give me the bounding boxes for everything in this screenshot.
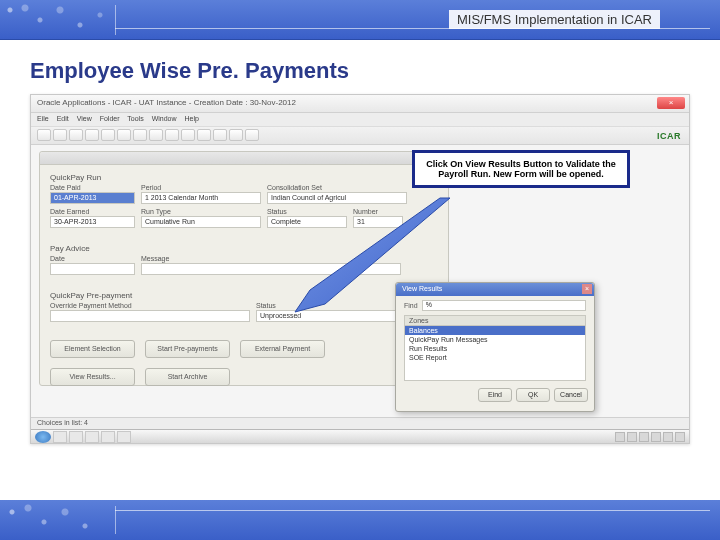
results-list[interactable]: Zones Balances QuickPay Run Messages Run… [404, 315, 586, 381]
taskbar-item[interactable] [69, 431, 83, 443]
toolbar-button[interactable] [213, 129, 227, 141]
prepayment-status-field[interactable]: Unprocessed [256, 310, 396, 322]
toolbar-button[interactable] [197, 129, 211, 141]
menu-folder[interactable]: Folder [100, 115, 120, 122]
toolbar-button[interactable] [85, 129, 99, 141]
list-item[interactable]: Run Results [405, 344, 585, 353]
decorative-dots [0, 0, 120, 40]
start-archive-button[interactable]: Start Archive [145, 368, 230, 386]
section-label: Pay Advice [50, 244, 438, 253]
status-field[interactable]: Complete [267, 216, 347, 228]
close-icon[interactable]: × [582, 284, 592, 294]
menu-file[interactable]: Eile [37, 115, 49, 122]
menu-edit[interactable]: Edit [57, 115, 69, 122]
toolbar-button[interactable] [181, 129, 195, 141]
taskbar-item[interactable] [101, 431, 115, 443]
popup-button-row: Eind QK Cancel [396, 385, 594, 405]
view-results-popup: View Results × Find % Zones Balances Qui… [395, 282, 595, 412]
tray-icon[interactable] [663, 432, 673, 442]
toolbar-button[interactable] [117, 129, 131, 141]
instruction-callout: Click On View Results Button to Validate… [412, 150, 630, 188]
icar-logo: ICAR [657, 131, 681, 141]
toolbar-button[interactable] [69, 129, 83, 141]
start-button-icon[interactable] [35, 431, 51, 443]
list-item[interactable]: Balances [405, 326, 585, 335]
tray-icon[interactable] [615, 432, 625, 442]
statusbar: Choices in list: 4 [31, 417, 689, 429]
system-tray [615, 432, 685, 442]
pay-advice-section: Pay Advice Date Message [40, 236, 448, 283]
divider [115, 5, 116, 35]
prepayment-section: QuickPay Pre-payment Override Payment Me… [40, 283, 448, 330]
list-item[interactable]: QuickPay Run Messages [405, 335, 585, 344]
run-type-field[interactable]: Cumulative Run [141, 216, 261, 228]
menubar: Eile Edit View Folder Tools Window Help [31, 113, 689, 127]
form-button-row: View Results... Start Archive [40, 368, 448, 392]
tray-icon[interactable] [675, 432, 685, 442]
toolbar-button[interactable] [133, 129, 147, 141]
element-selection-button[interactable]: Element Selection [50, 340, 135, 358]
list-header: Zones [405, 316, 585, 326]
toolbar-button[interactable] [101, 129, 115, 141]
toolbar-button[interactable] [149, 129, 163, 141]
taskbar-item[interactable] [85, 431, 99, 443]
divider [115, 510, 710, 511]
pay-advice-message-field[interactable] [141, 263, 401, 275]
field-label: Status [267, 208, 347, 215]
number-field[interactable]: 31 [353, 216, 403, 228]
quickpay-run-section: QuickPay Run Date Paid 01-APR-2013 Perio… [40, 165, 448, 236]
tray-icon[interactable] [651, 432, 661, 442]
section-label: QuickPay Run [50, 173, 438, 182]
tray-icon[interactable] [639, 432, 649, 442]
field-label: Number [353, 208, 403, 215]
consolidation-set-field[interactable]: Indian Council of Agricul [267, 192, 407, 204]
find-input[interactable]: % [422, 300, 586, 311]
slide-title: Employee Wise Pre. Payments [0, 40, 720, 94]
windows-taskbar [31, 429, 689, 443]
view-results-button[interactable]: View Results... [50, 368, 135, 386]
quickpay-form: × QuickPay Run Date Paid 01-APR-2013 Per… [39, 151, 449, 386]
menu-help[interactable]: Help [184, 115, 198, 122]
toolbar-button[interactable] [165, 129, 179, 141]
field-label: Message [141, 255, 401, 262]
toolbar-button[interactable] [37, 129, 51, 141]
menu-window[interactable]: Window [152, 115, 177, 122]
field-label: Date Paid [50, 184, 135, 191]
tray-icon[interactable] [627, 432, 637, 442]
override-payment-field[interactable] [50, 310, 250, 322]
popup-title-text: View Results [402, 285, 442, 292]
menu-view[interactable]: View [77, 115, 92, 122]
field-label: Date Earned [50, 208, 135, 215]
cancel-button[interactable]: Cancel [554, 388, 588, 402]
window-titlebar: Oracle Applications - ICAR - UAT Instanc… [31, 95, 689, 113]
taskbar-item[interactable] [53, 431, 67, 443]
field-label: Status [256, 302, 396, 309]
toolbar-button[interactable] [229, 129, 243, 141]
field-label: Period [141, 184, 261, 191]
toolbar-button[interactable] [53, 129, 67, 141]
top-banner: MIS/FMS Implementation in ICAR [0, 0, 720, 40]
field-label: Override Payment Method [50, 302, 250, 309]
period-field[interactable]: 1 2013 Calendar Month [141, 192, 261, 204]
find-label: Find [404, 302, 418, 309]
close-icon[interactable]: × [657, 97, 685, 109]
external-payment-button[interactable]: External Payment [240, 340, 325, 358]
toolbar [31, 127, 689, 145]
decorative-dots [0, 500, 120, 540]
window-title-text: Oracle Applications - ICAR - UAT Instanc… [37, 98, 296, 107]
bottom-banner [0, 500, 720, 540]
date-paid-field[interactable]: 01-APR-2013 [50, 192, 135, 204]
field-label: Consolidation Set [267, 184, 407, 191]
find-button[interactable]: Eind [478, 388, 512, 402]
form-button-row: Element Selection Start Pre-payments Ext… [40, 334, 448, 364]
list-item[interactable]: SOE Report [405, 353, 585, 362]
pay-advice-date-field[interactable] [50, 263, 135, 275]
ok-button[interactable]: QK [516, 388, 550, 402]
toolbar-button[interactable] [245, 129, 259, 141]
menu-tools[interactable]: Tools [127, 115, 143, 122]
section-label: QuickPay Pre-payment [50, 291, 438, 300]
start-prepayments-button[interactable]: Start Pre-payments [145, 340, 230, 358]
date-earned-field[interactable]: 30-APR-2013 [50, 216, 135, 228]
form-titlebar: × [40, 152, 448, 165]
taskbar-item[interactable] [117, 431, 131, 443]
